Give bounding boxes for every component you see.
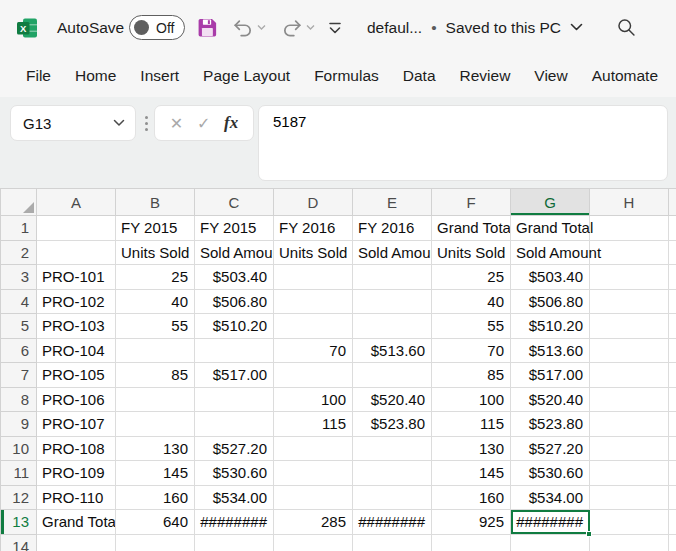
cell-G3[interactable]: $503.40 [511,265,590,290]
cell-A13[interactable]: Grand Total [37,510,116,535]
cell-E2[interactable]: Sold Amount [353,240,432,265]
redo-button[interactable] [281,0,315,55]
cell-A2[interactable] [37,240,116,265]
cell-B11[interactable]: 145 [116,461,195,486]
cell-H13[interactable] [590,510,669,535]
cell-B3[interactable]: 25 [116,265,195,290]
cell-G6[interactable]: $513.60 [511,338,590,363]
cell-F11[interactable]: 145 [432,461,511,486]
cell-D10[interactable] [274,436,353,461]
cell-B6[interactable] [116,338,195,363]
tab-view[interactable]: View [522,61,579,91]
cell-G13[interactable]: ######## [511,510,590,535]
cell-H11[interactable] [590,461,669,486]
tab-help[interactable]: Help [670,61,676,91]
save-icon[interactable] [196,0,219,55]
cell-E1[interactable]: FY 2016 [353,216,432,241]
row-header-7[interactable]: 7 [1,363,37,388]
undo-button[interactable] [232,0,266,55]
row-header-5[interactable]: 5 [1,314,37,339]
column-header-E[interactable]: E [353,189,432,216]
cell-E10[interactable] [353,436,432,461]
cell-D8[interactable]: 100 [274,387,353,412]
cell-B2[interactable]: Units Sold [116,240,195,265]
cell-A12[interactable]: PRO-110 [37,485,116,510]
cell-H8[interactable] [590,387,669,412]
cell-H12[interactable] [590,485,669,510]
cell-B9[interactable] [116,412,195,437]
cell-A3[interactable]: PRO-101 [37,265,116,290]
cancel-icon[interactable]: ✕ [170,114,183,133]
name-box[interactable]: G13 [10,105,136,141]
cell-C1[interactable]: FY 2015 [195,216,274,241]
formula-input[interactable]: 5187 [258,105,668,181]
cell-F9[interactable]: 115 [432,412,511,437]
cell-C10[interactable]: $527.20 [195,436,274,461]
cell-B1[interactable]: FY 2015 [116,216,195,241]
column-header-C[interactable]: C [195,189,274,216]
tab-file[interactable]: File [14,61,63,91]
cell-F13[interactable]: 925 [432,510,511,535]
saved-status[interactable]: Saved to this PC [446,19,561,37]
cell-F4[interactable]: 40 [432,289,511,314]
cell-H2[interactable] [590,240,669,265]
row-header-1[interactable]: 1 [1,216,37,241]
cell-E11[interactable] [353,461,432,486]
cell-C8[interactable] [195,387,274,412]
cell-F3[interactable]: 25 [432,265,511,290]
cell-G8[interactable]: $520.40 [511,387,590,412]
cell-E3[interactable] [353,265,432,290]
cell-B8[interactable] [116,387,195,412]
cell-G9[interactable]: $523.80 [511,412,590,437]
row-header-14[interactable]: 14 [1,534,37,551]
cell-A11[interactable]: PRO-109 [37,461,116,486]
tab-automate[interactable]: Automate [580,61,670,91]
document-title[interactable]: defaul... [367,19,422,37]
cell-C12[interactable]: $534.00 [195,485,274,510]
cell-C3[interactable]: $503.40 [195,265,274,290]
enter-icon[interactable]: ✓ [197,114,210,133]
cell-B14[interactable] [116,534,195,551]
cell-C9[interactable] [195,412,274,437]
cell-G5[interactable]: $510.20 [511,314,590,339]
cell-D4[interactable] [274,289,353,314]
row-header-12[interactable]: 12 [1,485,37,510]
row-header-2[interactable]: 2 [1,240,37,265]
tab-home[interactable]: Home [63,61,128,91]
cell-C7[interactable]: $517.00 [195,363,274,388]
row-header-6[interactable]: 6 [1,338,37,363]
cell-A6[interactable]: PRO-104 [37,338,116,363]
cell-B7[interactable]: 85 [116,363,195,388]
cell-A7[interactable]: PRO-105 [37,363,116,388]
cell-F7[interactable]: 85 [432,363,511,388]
cell-E4[interactable] [353,289,432,314]
cell-H6[interactable] [590,338,669,363]
cell-B4[interactable]: 40 [116,289,195,314]
tab-formulas[interactable]: Formulas [302,61,391,91]
cell-G2[interactable]: Sold Amount [511,240,590,265]
column-header-F[interactable]: F [432,189,511,216]
cell-G11[interactable]: $530.60 [511,461,590,486]
column-header-B[interactable]: B [116,189,195,216]
cell-E8[interactable]: $520.40 [353,387,432,412]
tab-insert[interactable]: Insert [128,61,191,91]
insert-function-icon[interactable]: fx [224,113,238,133]
cell-H14[interactable] [590,534,669,551]
tab-review[interactable]: Review [448,61,523,91]
cell-H1[interactable] [590,216,669,241]
tab-data[interactable]: Data [391,61,448,91]
cell-D9[interactable]: 115 [274,412,353,437]
cell-E5[interactable] [353,314,432,339]
cell-D13[interactable]: 285 [274,510,353,535]
cell-G1[interactable]: Grand Total [511,216,590,241]
row-header-9[interactable]: 9 [1,412,37,437]
cell-A4[interactable]: PRO-102 [37,289,116,314]
cell-F1[interactable]: Grand Total [432,216,511,241]
cell-F10[interactable]: 130 [432,436,511,461]
customize-toolbar-icon[interactable] [327,0,343,55]
tab-page-layout[interactable]: Page Layout [191,61,302,91]
cell-G7[interactable]: $517.00 [511,363,590,388]
cell-G14[interactable] [511,534,590,551]
cell-C13[interactable]: ######## [195,510,274,535]
cell-C6[interactable] [195,338,274,363]
